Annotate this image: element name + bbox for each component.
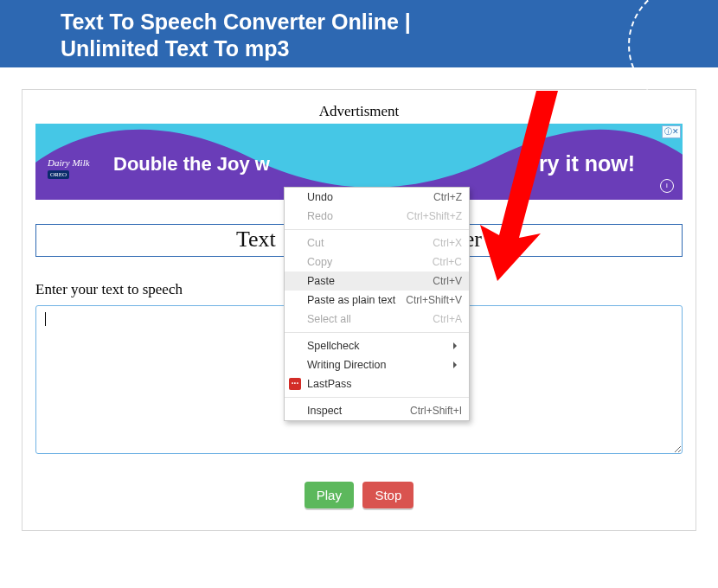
context-menu-item-shortcut: Ctrl+X: [433, 237, 462, 249]
ad-close-icon[interactable]: ⓘ✕: [662, 125, 681, 138]
converter-title-left: Text: [236, 227, 276, 252]
context-menu-item-redo: RedoCtrl+Shift+Z: [285, 207, 469, 226]
context-menu-item-paste-as-plain-text[interactable]: Paste as plain textCtrl+Shift+V: [285, 291, 469, 310]
context-menu-item-paste[interactable]: PasteCtrl+V: [285, 272, 469, 291]
ad-label: Advertisment: [35, 103, 683, 120]
context-menu-item-label: Redo: [307, 210, 333, 222]
ad-text-left: Double the Joy w: [113, 153, 270, 176]
context-menu-item-label: Paste: [307, 275, 335, 287]
context-menu-item-select-all: Select allCtrl+A: [285, 310, 469, 329]
ad-brand-top: Dairy Milk: [48, 157, 90, 168]
text-caret: [45, 312, 46, 326]
ad-text-right: Try it now!: [527, 151, 635, 176]
context-menu-item-label: Cut: [307, 237, 324, 249]
context-menu-item-label: Paste as plain text: [307, 294, 395, 306]
context-menu-item-label: Spellcheck: [307, 340, 359, 352]
page-header: Text To Speech Converter Online | Unlimi…: [0, 0, 718, 67]
button-row: Play Stop: [35, 482, 683, 508]
context-menu-item-cut: CutCtrl+X: [285, 233, 469, 252]
context-menu-item-shortcut: Ctrl+C: [433, 256, 462, 268]
context-menu-separator: [285, 332, 469, 333]
context-menu[interactable]: UndoCtrl+ZRedoCtrl+Shift+ZCutCtrl+XCopyC…: [284, 187, 470, 421]
context-menu-item-label: Writing Direction: [307, 359, 386, 371]
context-menu-item-label: Inspect: [307, 405, 342, 417]
context-menu-item-copy: CopyCtrl+C: [285, 252, 469, 272]
context-menu-item-label: Undo: [307, 191, 333, 203]
context-menu-item-lastpass[interactable]: ···LastPass: [285, 374, 469, 393]
page-title: Text To Speech Converter Online | Unlimi…: [61, 9, 718, 63]
page-title-line1: Text To Speech Converter Online |: [61, 10, 411, 34]
context-menu-separator: [285, 397, 469, 398]
context-menu-item-shortcut: Ctrl+Z: [433, 191, 462, 203]
context-menu-item-shortcut: Ctrl+A: [433, 313, 462, 325]
context-menu-item-shortcut: Ctrl+Shift+I: [410, 405, 462, 417]
context-menu-item-undo[interactable]: UndoCtrl+Z: [285, 188, 469, 207]
context-menu-separator: [285, 229, 469, 230]
context-menu-item-label: LastPass: [307, 378, 351, 390]
context-menu-item-shortcut: Ctrl+Shift+Z: [407, 210, 462, 222]
ad-brand-sub: OREO: [48, 170, 69, 179]
context-menu-item-inspect[interactable]: InspectCtrl+Shift+I: [285, 401, 469, 420]
context-menu-item-shortcut: Ctrl+V: [433, 275, 462, 287]
context-menu-item-writing-direction[interactable]: Writing Direction: [285, 355, 469, 374]
context-menu-item-shortcut: Ctrl+Shift+V: [406, 294, 462, 306]
play-button[interactable]: Play: [305, 482, 354, 508]
ad-choices-icon[interactable]: i: [660, 179, 674, 193]
page-title-line2: Unlimited Text To mp3: [61, 36, 289, 61]
lastpass-icon: ···: [289, 378, 301, 390]
stop-button[interactable]: Stop: [362, 482, 413, 508]
context-menu-item-label: Select all: [307, 313, 351, 325]
ad-brand: Dairy Milk OREO: [48, 158, 90, 178]
context-menu-item-label: Copy: [307, 256, 332, 268]
context-menu-item-spellcheck[interactable]: Spellcheck: [285, 336, 469, 355]
